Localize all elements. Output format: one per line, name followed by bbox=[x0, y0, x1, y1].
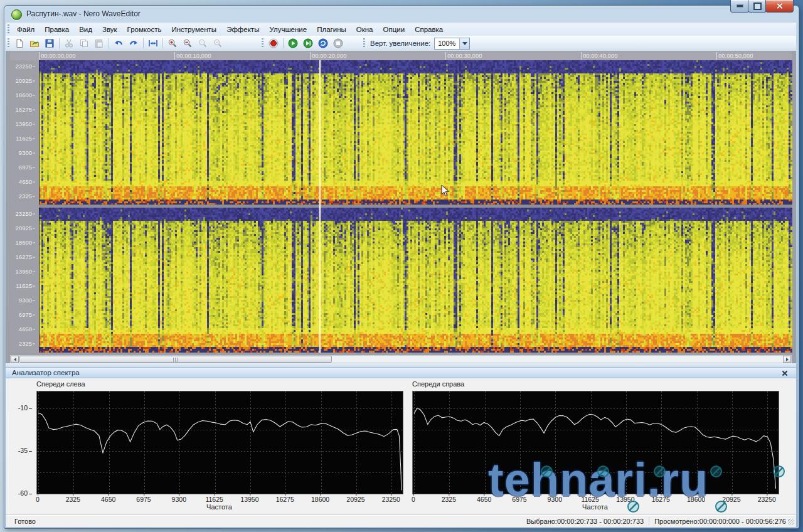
x-tick-label: 6975 bbox=[136, 496, 151, 503]
close-button[interactable] bbox=[765, 0, 794, 13]
chevron-down-icon[interactable] bbox=[459, 38, 469, 49]
menubar-grip[interactable] bbox=[8, 24, 9, 34]
play-all-button[interactable] bbox=[301, 37, 315, 50]
frequency-label: 20925 bbox=[10, 77, 35, 84]
zoom-all-button[interactable] bbox=[211, 37, 225, 50]
watermark-badge-icon bbox=[654, 466, 666, 477]
vertical-zoom-combobox[interactable]: 100% bbox=[434, 38, 470, 50]
menu-item-windows[interactable]: Окна bbox=[351, 24, 378, 35]
minimize-button[interactable] bbox=[730, 0, 749, 13]
x-tick-label: 2325 bbox=[66, 496, 80, 503]
zoom-out-icon bbox=[183, 38, 193, 48]
frequency-label: 16275 bbox=[10, 106, 35, 113]
watermark-badge-icon bbox=[710, 466, 722, 477]
frequency-label: 18600 bbox=[10, 239, 35, 246]
horizontal-scrollbar[interactable] bbox=[10, 355, 792, 363]
x-tick-label: 0 bbox=[36, 496, 40, 503]
menu-item-view[interactable]: Вид bbox=[74, 24, 97, 35]
copy-button[interactable] bbox=[77, 37, 91, 50]
cut-button[interactable] bbox=[62, 37, 76, 50]
loop-play-button[interactable] bbox=[316, 37, 330, 50]
save-file-button[interactable] bbox=[43, 37, 56, 50]
x-tick-label: 0 bbox=[412, 496, 415, 503]
ruler-tick: 00:00:40,000 bbox=[581, 52, 617, 60]
ruler-tick: 00:00:00,000 bbox=[39, 52, 75, 60]
redo-icon bbox=[129, 38, 139, 48]
app-icon bbox=[11, 9, 22, 20]
spectrum-plot-left bbox=[36, 391, 403, 494]
menu-bar: Файл Правка Вид Звук Громкость Инструмен… bbox=[6, 23, 796, 36]
play-button[interactable] bbox=[286, 37, 300, 50]
menu-item-sound[interactable]: Звук bbox=[97, 24, 122, 35]
menu-item-plugins[interactable]: Плагины bbox=[312, 24, 351, 35]
frequency-label: 18600 bbox=[10, 92, 35, 98]
menu-item-tools[interactable]: Инструменты bbox=[166, 24, 221, 35]
right-plot-title: Спереди справа bbox=[412, 380, 464, 388]
toolbar-grip[interactable] bbox=[8, 38, 9, 49]
spectrogram-right-channel[interactable] bbox=[39, 208, 792, 353]
frequency-label: 20925 bbox=[10, 225, 35, 231]
frequency-label: 9300 bbox=[10, 297, 35, 304]
y-tick-label: -10 bbox=[16, 404, 32, 412]
scroll-right-arrow-icon[interactable] bbox=[783, 356, 791, 363]
playhead-cursor bbox=[319, 60, 321, 353]
cut-icon bbox=[64, 38, 74, 48]
play-icon bbox=[287, 38, 299, 49]
menu-item-edit[interactable]: Правка bbox=[40, 24, 74, 35]
frequency-label: 11625 bbox=[10, 282, 35, 289]
zoom-in-button[interactable] bbox=[166, 37, 179, 50]
ruler-tick: 00:00:50,000 bbox=[716, 52, 753, 60]
menu-item-help[interactable]: Справка bbox=[410, 24, 448, 35]
menu-item-volume[interactable]: Громкость bbox=[122, 24, 167, 35]
paste-button[interactable] bbox=[92, 37, 106, 50]
analyzer-panel-header: Анализатор спектра bbox=[6, 367, 796, 378]
x-tick-label: 13950 bbox=[240, 496, 258, 503]
toolbar-grip[interactable] bbox=[262, 38, 263, 49]
frequency-label: 16275 bbox=[10, 253, 35, 260]
toolbar-grip[interactable] bbox=[363, 38, 365, 49]
status-separator bbox=[649, 517, 649, 525]
stop-button[interactable] bbox=[331, 37, 345, 50]
redo-button[interactable] bbox=[127, 37, 141, 50]
frequency-label: 11625 bbox=[10, 135, 35, 142]
timeline-ruler[interactable]: 00:00:00,00000:00:10,00000:00:20,00000:0… bbox=[10, 51, 792, 61]
spectrogram-left-channel[interactable] bbox=[39, 60, 792, 205]
menu-item-enhancement[interactable]: Улучшение bbox=[264, 24, 312, 35]
close-icon bbox=[776, 3, 783, 9]
frequency-label: 2325 bbox=[10, 193, 35, 200]
resize-grip[interactable] bbox=[788, 519, 794, 525]
fit-to-window-button[interactable] bbox=[146, 37, 160, 50]
scroll-left-arrow-icon[interactable] bbox=[11, 356, 19, 363]
menu-item-effects[interactable]: Эффекты bbox=[221, 24, 264, 35]
zoom-selection-button[interactable] bbox=[196, 37, 210, 50]
toolbar-separator bbox=[59, 38, 60, 48]
x-tick-label: 23250 bbox=[382, 496, 400, 503]
zoom-in-icon bbox=[168, 38, 178, 48]
maximize-icon bbox=[753, 3, 762, 10]
open-file-button[interactable] bbox=[28, 37, 41, 50]
panel-close-icon[interactable] bbox=[781, 370, 789, 377]
scrollbar-thumb[interactable] bbox=[19, 356, 332, 363]
zoom-out-button[interactable] bbox=[181, 37, 194, 50]
new-file-button[interactable] bbox=[13, 37, 26, 50]
toolbar-separator bbox=[109, 38, 109, 48]
frequency-label: 6975 bbox=[10, 311, 35, 318]
frequency-label: 6975 bbox=[10, 164, 35, 171]
undo-icon bbox=[114, 38, 124, 48]
toolbar-separator bbox=[162, 38, 163, 48]
frequency-label: 9300 bbox=[10, 149, 35, 156]
undo-button[interactable] bbox=[112, 37, 125, 50]
title-bar[interactable]: Распутин-.wav - Nero WaveEditor bbox=[4, 5, 798, 23]
status-viewed-range: Просмотрено:00:00:00:000 - 00:00:56:276 bbox=[654, 518, 786, 525]
frequency-label: 13950 bbox=[10, 120, 35, 127]
maximize-button[interactable] bbox=[748, 0, 767, 13]
frequency-label: 4650 bbox=[10, 178, 35, 185]
record-button[interactable] bbox=[267, 37, 280, 50]
menu-item-file[interactable]: Файл bbox=[12, 24, 40, 35]
frequency-axis: 2325020925186001627513950116259300697546… bbox=[10, 60, 39, 353]
left-plot-x-label: Частота bbox=[36, 503, 402, 511]
minimize-icon bbox=[737, 4, 743, 8]
menu-item-options[interactable]: Опции bbox=[378, 24, 410, 35]
zoom-selection-icon bbox=[198, 38, 208, 48]
zoom-all-icon bbox=[213, 38, 223, 48]
